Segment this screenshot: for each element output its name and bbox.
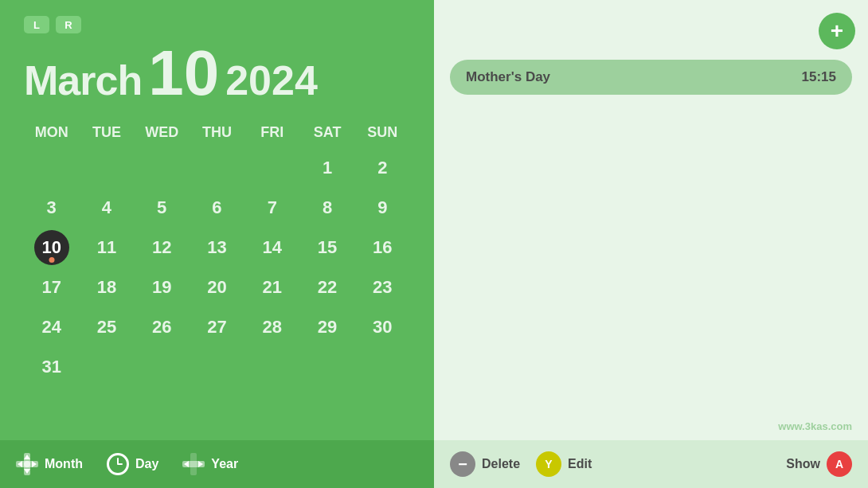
bottom-bar-left: Month Day Year [0, 440, 434, 488]
delete-action[interactable]: − Delete [450, 451, 520, 477]
cal-cell-29[interactable]: 29 [310, 310, 345, 345]
cal-cell-17[interactable]: 17 [34, 270, 69, 305]
svg-point-6 [24, 461, 30, 467]
event-name: Mother's Day [466, 69, 550, 85]
cal-cell-14[interactable]: 14 [255, 230, 290, 265]
cal-cell-7[interactable]: 7 [255, 190, 290, 225]
day-nav-item[interactable]: Day [107, 453, 158, 475]
cal-cell-9[interactable]: 9 [365, 190, 400, 225]
day-label-bottom: Day [135, 457, 158, 471]
cal-cell-16[interactable]: 16 [365, 230, 400, 265]
event-item[interactable]: Mother's Day 15:15 [450, 60, 852, 95]
r-button[interactable]: R [56, 16, 81, 33]
day-thu: THU [190, 121, 244, 144]
cal-cell[interactable] [89, 150, 124, 185]
cal-cell[interactable] [34, 150, 69, 185]
cal-cell-15[interactable]: 15 [310, 230, 345, 265]
cal-cell-11[interactable]: 11 [89, 230, 124, 265]
bottom-bar-right: − Delete Y Edit Show A [434, 440, 868, 488]
event-time: 15:15 [802, 69, 836, 85]
date-header: March 10 2024 [24, 41, 410, 105]
day-fri: FRI [244, 121, 299, 144]
day-sat: SAT [299, 121, 354, 144]
cal-cell-12[interactable]: 12 [144, 230, 179, 265]
dpad-lr-icon [182, 453, 205, 475]
cal-cell-28[interactable]: 28 [255, 310, 290, 345]
edit-label: Edit [568, 457, 592, 471]
day-mon: MON [24, 121, 79, 144]
year-label: 2024 [225, 57, 318, 104]
calendar-header: MON TUE WED THU FRI SAT SUN [24, 121, 410, 144]
delete-label: Delete [482, 457, 520, 471]
cal-cell-21[interactable]: 21 [255, 270, 290, 305]
edit-action[interactable]: Y Edit [536, 451, 592, 477]
month-label-bottom: Month [45, 457, 83, 471]
day-sun: SUN [355, 121, 410, 144]
cal-cell-1[interactable]: 1 [310, 150, 345, 185]
cal-cell-2[interactable]: 2 [365, 150, 400, 185]
cal-cell[interactable] [199, 150, 234, 185]
y-button[interactable]: Y [536, 451, 561, 477]
cal-cell-8[interactable]: 8 [310, 190, 345, 225]
cal-cell-24[interactable]: 24 [34, 310, 69, 345]
day-wed: WED [135, 121, 190, 144]
cal-cell[interactable] [144, 150, 179, 185]
minus-button[interactable]: − [450, 451, 475, 477]
cal-cell-23[interactable]: 23 [365, 270, 400, 305]
cal-cell-19[interactable]: 19 [144, 270, 179, 305]
cal-cell-13[interactable]: 13 [199, 230, 234, 265]
cal-cell-30[interactable]: 30 [365, 310, 400, 345]
day-number: 10 [148, 41, 219, 105]
cal-cell-27[interactable]: 27 [199, 310, 234, 345]
cal-cell-26[interactable]: 26 [144, 310, 179, 345]
cal-cell-20[interactable]: 20 [199, 270, 234, 305]
dpad-icon [16, 453, 38, 475]
calendar: MON TUE WED THU FRI SAT SUN 1 2 3 4 5 6 … [24, 121, 410, 385]
year-nav-item[interactable]: Year [182, 453, 238, 475]
cal-cell-5[interactable]: 5 [144, 190, 179, 225]
cal-cell-31[interactable]: 31 [34, 349, 69, 385]
month-label: March [24, 57, 142, 104]
cal-cell-10[interactable]: 10 [34, 230, 69, 265]
month-nav-item[interactable]: Month [16, 453, 83, 475]
cal-cell-25[interactable]: 25 [89, 310, 124, 345]
cal-cell-4[interactable]: 4 [89, 190, 124, 225]
l-button[interactable]: L [24, 16, 49, 33]
cal-cell-6[interactable]: 6 [199, 190, 234, 225]
left-panel: L R March 10 2024 MON TUE WED THU FRI SA… [0, 0, 434, 488]
add-event-button[interactable]: + [819, 13, 855, 49]
cal-cell-3[interactable]: 3 [34, 190, 69, 225]
cal-cell-18[interactable]: 18 [89, 270, 124, 305]
svg-rect-10 [190, 453, 197, 475]
watermark: www.3kas.com [778, 420, 852, 432]
a-button[interactable]: A [827, 451, 852, 477]
show-action[interactable]: Show A [786, 451, 852, 477]
show-label-text: Show [786, 457, 820, 471]
calendar-grid: 1 2 3 4 5 6 7 8 9 10 11 12 13 14 15 16 1… [24, 150, 410, 385]
cal-cell[interactable] [255, 150, 290, 185]
lr-buttons: L R [24, 16, 410, 33]
year-label-bottom: Year [211, 457, 238, 471]
cal-cell-22[interactable]: 22 [310, 270, 345, 305]
right-panel: + Mother's Day 15:15 www.3kas.com − Dele… [434, 0, 868, 488]
day-tue: TUE [79, 121, 134, 144]
clock-icon [107, 453, 129, 475]
